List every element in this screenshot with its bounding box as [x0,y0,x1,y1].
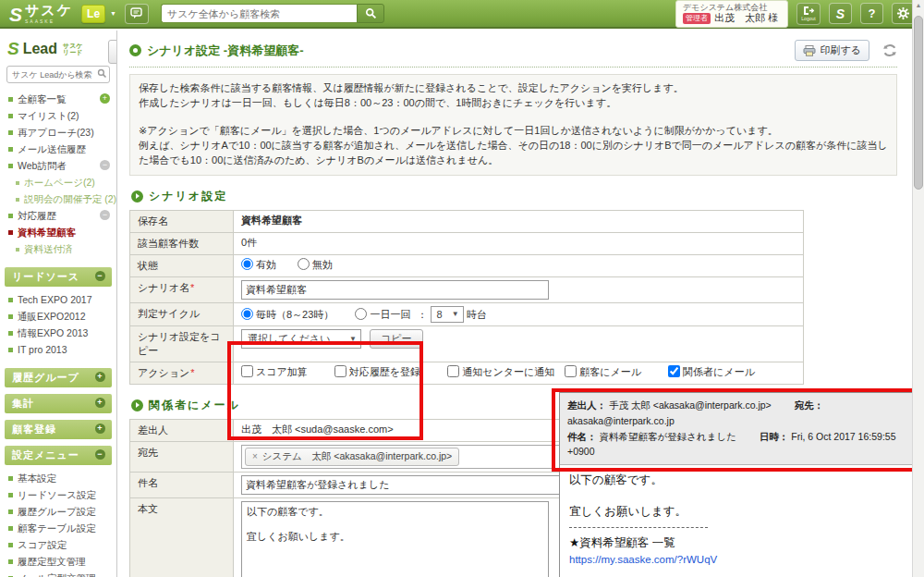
sidebar-item-score-settings[interactable]: スコア設定 [0,536,116,553]
cycle-daily-radio[interactable]: 一日一回 [355,309,410,320]
sidebar-item-label: 対応履歴 [18,210,56,221]
saaske-s-icon: S [836,6,845,21]
section-arrow-icon [131,399,143,411]
cycle-hour-value: 8 [437,309,443,320]
cycle-hourly-radio[interactable]: 毎時（8～23時） [241,309,334,320]
bullet-icon [8,114,13,118]
copy-button[interactable]: コピー [370,329,423,349]
sidebar-item-joho-expo[interactable]: 情報EXPO 2013 [0,325,116,341]
bullet-icon [8,214,13,218]
sidebar-collapse-handle[interactable] [108,40,117,64]
copy-source-select[interactable]: 選択してください▼ [241,329,361,349]
section-lead-source[interactable]: リードソース− [5,267,112,287]
saaske-home-button[interactable]: S [829,3,852,24]
cycle-hour-select[interactable]: 8▼ [431,306,464,323]
sidebar-item-label: 情報EXPO 2013 [18,327,88,338]
global-search-button[interactable] [357,4,384,23]
expand-plus-icon[interactable]: + [95,424,105,434]
expand-plus-icon[interactable]: + [95,372,105,382]
global-search-input[interactable] [161,4,357,23]
sidebar-item-mail-history[interactable]: メール送信履歴 [0,141,116,157]
section-settings-menu[interactable]: 設定メニュー− [5,446,112,465]
sidebar-item-all-customers[interactable]: 全顧客一覧+ [0,91,116,107]
body-textarea[interactable]: 以下の顧客です。 宜しくお願いします。 [241,501,549,577]
sidebar-item-history-template[interactable]: 履歴定型文管理 [0,553,116,570]
sidebar-item-document-sent[interactable]: 資料送付済 [0,240,116,257]
bullet-icon [8,130,13,135]
table-row: シナリオ設定をコピー 選択してください▼ コピー [130,325,804,362]
chat-button[interactable] [125,4,149,24]
lead-source-menu: Tech EXPO 2017 通販EXPO2012 情報EXPO 2013 IT… [0,291,116,362]
sidebar-item-web-visitors[interactable]: Web訪問者− [0,157,116,174]
sidebar-item-leadsource-settings[interactable]: リードソース設定 [0,486,116,503]
status-disabled-label: 無効 [312,259,333,270]
section-history-group[interactable]: 履歴グループ+ [5,368,112,387]
action-mail-customer-label: 顧客にメール [579,366,641,377]
scrollbar-thumb[interactable] [914,16,923,190]
logout-icon [803,6,815,16]
preview-body-line: 宜しくお願いします。 [569,503,910,520]
sidebar-item-tech-expo[interactable]: Tech EXPO 2017 [0,291,116,308]
from-value: 出茂 太郎 <suda@saaske.com> [241,424,394,435]
sidebar-item-mail-template[interactable]: メール定型文管理 [0,570,116,577]
bullet-icon [8,348,13,352]
sidebar-item-homepage[interactable]: ホームページ(2) [0,174,116,190]
logout-button[interactable]: Logout [796,3,821,25]
action-score-label: スコア加算 [256,366,308,377]
preview-to-value: akasaka@interpark.co.jp [567,415,675,426]
sidebar-item-basic-settings[interactable]: 基本設定 [0,470,116,486]
action-mail-customer-checkbox[interactable]: 顧客にメール [565,366,641,377]
section-aggregate[interactable]: 集計+ [5,394,112,413]
print-button[interactable]: 印刷する [795,40,869,61]
action-notify-checkbox[interactable]: 通知センターに通知 [447,366,554,377]
printer-icon [803,45,816,56]
sidebar-item-document-request[interactable]: 資料希望顧客 [0,224,116,240]
status-disabled-radio[interactable]: 無効 [298,259,333,270]
sidebar-item-historygroup-settings[interactable]: 履歴グループ設定 [0,503,116,520]
section-customer-register[interactable]: 顧客登録+ [5,420,112,439]
sidebar-item-customertable-settings[interactable]: 顧客テーブル設定 [0,520,116,536]
copy-select-value: 選択してください [248,332,331,346]
chat-icon [130,7,144,19]
brand-subtext: SAASKE [25,18,73,24]
scroll-up-arrow-icon[interactable]: ▲ [913,2,924,8]
bullet-icon [8,493,13,497]
sidebar-item-itpro[interactable]: IT pro 2013 [0,341,116,358]
collapse-minus-icon[interactable]: − [95,271,105,281]
lead-logo[interactable]: S Lead サスケ リード [0,31,116,64]
action-history-checkbox[interactable]: 対応履歴を登録 [334,366,420,377]
gear-icon [896,6,910,20]
table-row: 該当顧客件数 0件 [130,232,804,254]
lead-logo-text: Lead [23,41,57,57]
sidebar-item-reapproach[interactable]: 再アプローチ(23) [0,124,116,141]
collapse-minus-icon[interactable]: − [100,160,110,170]
le-dropdown-caret-icon[interactable]: ▼ [110,10,116,17]
remove-recipient-icon[interactable]: × [252,451,258,461]
collapse-minus-icon[interactable]: − [95,449,105,460]
expand-plus-icon[interactable]: + [95,398,105,408]
le-product-badge[interactable]: Le [81,5,105,23]
collapse-minus-icon[interactable]: − [100,210,110,220]
saaske-logo[interactable]: S サスケ SAASKE [9,3,73,24]
sidebar-item-tsuhan-expo[interactable]: 通販EXPO2012 [0,308,116,325]
action-mail-staff-checkbox[interactable]: 関係者にメール [668,366,755,377]
sidebar-item-label: 資料希望顧客 [18,227,76,238]
sidebar-item-response-history[interactable]: 対応履歴− [0,207,116,224]
preview-list-link[interactable]: https://my.saaske.com/?rWUqV [569,552,910,568]
help-button[interactable]: ? [860,3,883,24]
scenario-name-input[interactable] [241,280,549,300]
preview-from-label: 差出人： [567,399,606,411]
sidebar-menu: 全顧客一覧+ マイリスト(2) 再アプローチ(23) メール送信履歴 Web訪問… [0,91,116,261]
sidebar-search-input[interactable] [6,66,110,83]
sidebar-item-label: IT pro 2013 [18,344,67,355]
recipient-chip[interactable]: × システム 太郎 <akasaka@interpark.co.jp> [245,448,459,466]
sidebar-item-mylist[interactable]: マイリスト(2) [0,107,116,124]
scrollbar[interactable]: ▲ [912,0,924,577]
status-enabled-radio[interactable]: 有効 [241,259,276,270]
refresh-icon[interactable] [882,43,897,57]
action-score-checkbox[interactable]: スコア加算 [241,366,308,377]
expand-plus-icon[interactable]: + [100,93,110,104]
saaske-s-icon: S [9,6,22,24]
sidebar-item-label: スコア設定 [18,539,67,550]
sidebar-item-seminar-schedule[interactable]: 説明会の開催予定 (2) [0,190,116,207]
